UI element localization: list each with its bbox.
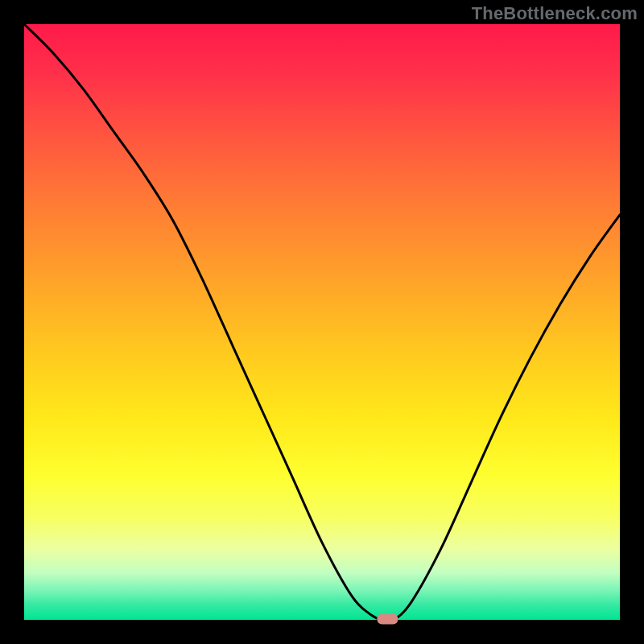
watermark-text: TheBottleneck.com xyxy=(472,3,638,24)
minimum-marker xyxy=(377,614,398,625)
bottleneck-curve xyxy=(24,24,620,621)
chart-frame: TheBottleneck.com xyxy=(0,0,644,644)
curve-layer xyxy=(24,24,620,620)
plot-area xyxy=(24,24,620,620)
